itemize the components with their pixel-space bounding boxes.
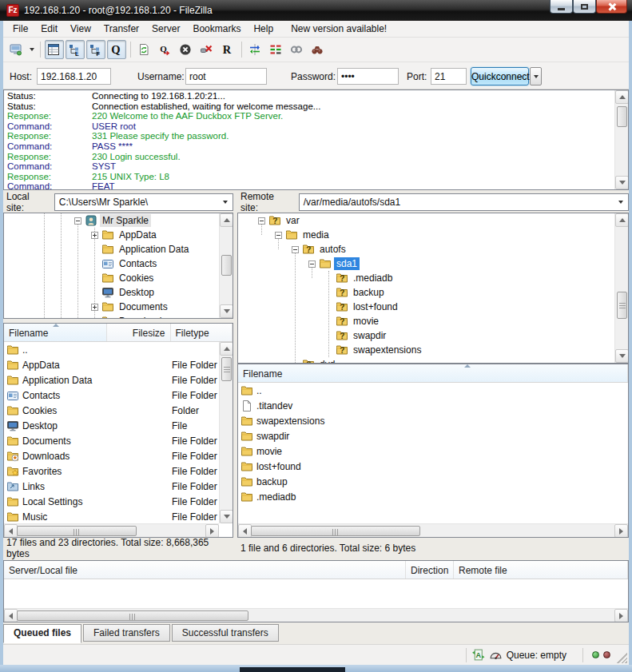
remote-site-combo[interactable]: /var/media/autofs/sda1 [299, 193, 629, 211]
menu-item-bookmarks[interactable]: Bookmarks [186, 21, 247, 37]
local-list-vscrollbar[interactable] [219, 342, 233, 523]
site-manager-button[interactable] [7, 40, 26, 59]
maximize-button[interactable] [573, 0, 596, 14]
column-header-filename[interactable]: Filename [238, 364, 628, 382]
local-tree-item-documents[interactable]: Documents [4, 300, 233, 314]
column-header-filename[interactable]: Filename [4, 324, 107, 341]
expand-icon[interactable] [91, 232, 98, 239]
menu-item-help[interactable]: Help [247, 21, 280, 37]
collapse-icon[interactable] [74, 217, 81, 225]
remote-tree-item-swapdir[interactable]: ?swapdir [238, 328, 628, 343]
remote-tree-item-media[interactable]: media [238, 228, 628, 242]
close-button[interactable] [596, 0, 627, 14]
reconnect-button[interactable]: R [218, 40, 237, 59]
file-row-swapdir[interactable]: swapdir [238, 428, 628, 443]
remote-list-hscrollbar[interactable] [238, 523, 628, 537]
column-header-filetype[interactable]: Filetype [171, 324, 233, 341]
local-tree-item-appdata[interactable]: AppData [4, 228, 233, 242]
local-tree-item-mr-sparkle[interactable]: Mr Sparkle [4, 213, 233, 228]
file-row-links[interactable]: LinksFile Folder [4, 479, 219, 494]
menu-item-edit[interactable]: Edit [34, 21, 64, 37]
toggle-queue-button[interactable]: Q [107, 40, 126, 59]
remote-tree-item-lost-found[interactable]: ?lost+found [238, 300, 628, 314]
site-manager-button-dropdown[interactable] [27, 40, 37, 59]
file-row-titandev[interactable]: .titandev [238, 398, 628, 413]
cancel-button[interactable] [177, 40, 196, 59]
collapse-icon[interactable] [308, 260, 316, 268]
menu-item-file[interactable]: File [6, 21, 34, 37]
refresh-button[interactable] [135, 40, 154, 59]
username-input[interactable] [185, 68, 267, 85]
minimize-button[interactable] [550, 0, 573, 14]
local-tree-item-cookies[interactable]: Cookies [4, 271, 233, 285]
local-tree-scrollbar[interactable] [219, 213, 233, 318]
synchronized-browsing-button[interactable] [288, 40, 307, 59]
queue-column-direction[interactable]: Direction [406, 561, 454, 579]
file-row-swapextensions[interactable]: swapextensions [238, 413, 628, 428]
collapse-icon[interactable] [258, 217, 265, 225]
file-row-backup[interactable]: backup [238, 474, 628, 489]
remote-tree-item-movie[interactable]: ?movie [238, 314, 628, 328]
file-row-movie[interactable]: movie [238, 443, 628, 459]
file-row-local-settings[interactable]: Local SettingsFile Folder [4, 494, 219, 509]
toggle-remote-tree-button[interactable]: F [86, 40, 105, 59]
toggle-local-tree-button[interactable]: L [66, 40, 85, 59]
queue-hscrollbar[interactable] [4, 608, 628, 622]
tab-successful-transfers[interactable]: Successful transfers [172, 624, 279, 642]
file-row-downloads[interactable]: DownloadsFile Folder [4, 448, 219, 463]
find-files-button[interactable] [308, 40, 328, 59]
file-row-favorites[interactable]: FavoritesFile Folder [4, 463, 219, 479]
menu-item-new-version-available[interactable]: New version available! [284, 21, 393, 37]
comparison-mode-button[interactable] [267, 40, 286, 59]
expand-icon[interactable] [91, 304, 98, 311]
file-row-cookies[interactable]: CookiesFolder [4, 403, 219, 418]
file-row-mediadb[interactable]: .mediadb [238, 489, 628, 504]
log-scrollbar[interactable] [614, 90, 628, 189]
quickconnect-dropdown-button[interactable] [530, 67, 542, 85]
remote-tree-item-sda1[interactable]: sda1 [238, 256, 628, 271]
remote-tree-item-autofs[interactable]: ?autofs [238, 242, 628, 256]
queue-column-server-local-file[interactable]: Server/Local file [4, 561, 406, 579]
column-header-filesize[interactable]: Filesize [107, 324, 170, 341]
tab-failed-transfers[interactable]: Failed transfers [83, 624, 170, 642]
local-tree-item-application-data[interactable]: Application Data [4, 242, 233, 256]
local-site-combo[interactable]: C:\Users\Mr Sparkle\ [54, 193, 233, 211]
menu-item-transfer[interactable]: Transfer [97, 21, 145, 37]
toggle-log-button[interactable] [45, 40, 64, 59]
process-queue-button[interactable]: Q [156, 40, 175, 59]
remote-tree-item-var[interactable]: ?var [238, 213, 628, 228]
file-row-music[interactable]: MusicFile Folder [4, 509, 219, 524]
transfer-type-icon[interactable]: A [471, 648, 486, 662]
collapse-icon[interactable] [292, 246, 299, 253]
disconnect-button[interactable] [197, 40, 217, 59]
tab-queued-files[interactable]: Queued files [3, 624, 81, 643]
local-tree-item-contacts[interactable]: Contacts [4, 256, 233, 271]
collapse-icon[interactable] [275, 232, 282, 239]
remote-tree-item--mediadb[interactable]: ?.mediadb [238, 271, 628, 285]
queue-column-remote-file[interactable]: Remote file [454, 561, 628, 579]
file-row-[interactable]: .. [238, 383, 628, 398]
file-row-appdata[interactable]: AppDataFile Folder [4, 357, 219, 372]
local-list-hscrollbar[interactable] [4, 523, 219, 537]
menu-item-server[interactable]: Server [145, 21, 186, 37]
remote-tree-scrollbar[interactable] [614, 213, 628, 363]
host-input[interactable] [37, 68, 111, 85]
title-bar[interactable]: Fz 192.168.1.20 - root@192.168.1.20 - Fi… [0, 0, 632, 21]
password-input[interactable] [337, 68, 399, 85]
expand-icon[interactable] [91, 318, 98, 320]
file-row-desktop[interactable]: DesktopFile [4, 418, 219, 433]
file-row-application-data[interactable]: Application DataFile Folder [4, 372, 219, 388]
resize-grip[interactable] [617, 653, 627, 663]
directory-comparison-button[interactable] [246, 40, 265, 59]
remote-tree-item-swapextensions[interactable]: ?swapextensions [238, 343, 628, 357]
local-tree-item-desktop[interactable]: Desktop [4, 285, 233, 300]
file-row-[interactable]: .. [4, 342, 219, 357]
quickconnect-button[interactable]: Quickconnect [471, 67, 529, 85]
file-row-lost-found[interactable]: lost+found [238, 459, 628, 474]
menu-item-view[interactable]: View [64, 21, 97, 37]
port-input[interactable] [431, 68, 467, 85]
remote-tree-item-backup[interactable]: ?backup [238, 285, 628, 300]
speed-limit-icon[interactable] [489, 648, 503, 662]
file-row-documents[interactable]: DocumentsFile Folder [4, 433, 219, 448]
file-row-contacts[interactable]: ContactsFile Folder [4, 388, 219, 403]
